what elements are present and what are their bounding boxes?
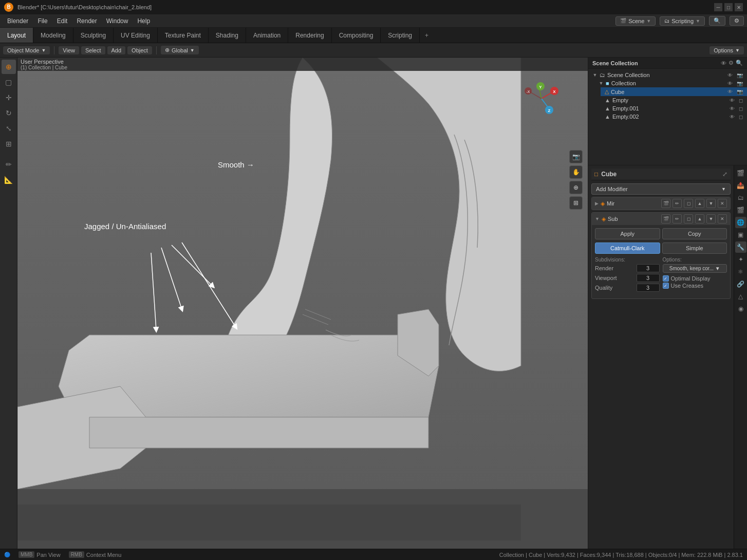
empty-002-render-icon[interactable]: ◻: [739, 114, 743, 120]
object-menu-button[interactable]: Object: [127, 46, 152, 54]
subsurf-edit-icon[interactable]: ✏: [673, 214, 682, 223]
scene-selector[interactable]: 🎬 Scene ▼: [615, 16, 656, 26]
tab-texture-paint[interactable]: Texture Paint: [158, 28, 209, 43]
outliner-item-scene-collection[interactable]: ▼ 🗂 Scene Collection 👁 📷: [588, 71, 747, 79]
tab-compositing[interactable]: Compositing: [332, 28, 381, 43]
outliner-item-collection[interactable]: ▼ ■ Collection 👁 📷: [594, 79, 747, 87]
tab-uv-editing[interactable]: UV Editing: [114, 28, 158, 43]
sidebar-transform-tool[interactable]: ⊞: [2, 137, 16, 151]
tab-animation[interactable]: Animation: [246, 28, 288, 43]
viewport-value-input[interactable]: [637, 274, 660, 282]
optimal-display-checkbox[interactable]: ✓: [663, 275, 669, 282]
add-menu-button[interactable]: Add: [107, 46, 126, 54]
collection-vis-icon[interactable]: 👁: [727, 81, 733, 86]
tab-shading[interactable]: Shading: [209, 28, 246, 43]
options-button[interactable]: Options ▼: [709, 46, 744, 54]
sidebar-select-tool[interactable]: ▢: [2, 75, 16, 89]
menu-render[interactable]: Render: [72, 16, 101, 26]
sidebar-annotate-tool[interactable]: ✏: [2, 157, 16, 172]
render-value-input[interactable]: [637, 264, 660, 272]
copy-button[interactable]: Copy: [662, 228, 727, 239]
mirror-delete-icon[interactable]: ✕: [718, 199, 727, 208]
catmull-clark-tab[interactable]: Catmull-Clark: [595, 242, 660, 254]
outliner-filter-icon[interactable]: ⚙: [729, 60, 734, 66]
tab-rendering[interactable]: Rendering: [288, 28, 331, 43]
subsurf-render-icon[interactable]: 🎬: [661, 214, 670, 223]
tab-layout[interactable]: Layout: [0, 28, 33, 43]
prop-modifier-icon[interactable]: 🔧: [735, 241, 746, 253]
maximize-button[interactable]: □: [724, 3, 733, 11]
minimize-button[interactable]: ─: [714, 3, 722, 11]
prop-world-icon[interactable]: 🌐: [735, 217, 746, 228]
prop-material-icon[interactable]: ◉: [735, 303, 746, 314]
properties-maximize-icon[interactable]: ⤢: [722, 171, 727, 178]
prop-constraints-icon[interactable]: 🔗: [735, 278, 746, 290]
transform-global-button[interactable]: ⊕ Global ▼: [161, 46, 199, 54]
search-button[interactable]: 🔍: [709, 16, 725, 26]
sidebar-rotate-tool[interactable]: ↻: [2, 106, 16, 120]
pan-button[interactable]: ✋: [569, 165, 583, 179]
add-modifier-button[interactable]: Add Modifier ▼: [591, 183, 731, 195]
zoom-button[interactable]: ⊞: [569, 196, 583, 210]
camera-view-button[interactable]: 📷: [569, 150, 583, 163]
prop-scene-icon[interactable]: 🎬: [735, 204, 746, 216]
prop-output-icon[interactable]: 📤: [735, 180, 746, 191]
prop-physics-icon[interactable]: ⚛: [735, 266, 746, 277]
menu-blender[interactable]: Blender: [3, 16, 32, 26]
prop-render-icon[interactable]: 🎬: [735, 167, 746, 179]
menu-window[interactable]: Window: [102, 16, 133, 26]
sidebar-measure-tool[interactable]: 📐: [2, 173, 16, 187]
prop-view-layer-icon[interactable]: 🗂: [735, 192, 746, 203]
render-visibility-icon[interactable]: 📷: [737, 72, 743, 78]
smooth-dropdown[interactable]: Smooth, keep cor... ▼: [663, 264, 727, 273]
tab-modeling[interactable]: Modeling: [33, 28, 73, 43]
outliner-item-empty-002[interactable]: ▲ Empty.002 👁 ◻: [601, 113, 747, 121]
object-mode-dropdown[interactable]: Object Mode ▼: [3, 46, 50, 54]
prop-object-icon[interactable]: ▣: [735, 229, 746, 240]
outliner-view-icon[interactable]: 👁: [721, 60, 726, 66]
outliner-search-icon[interactable]: 🔍: [736, 60, 743, 66]
add-workspace-button[interactable]: +: [420, 28, 434, 43]
cube-render-icon[interactable]: 📷: [737, 89, 743, 95]
visibility-icon[interactable]: 👁: [727, 72, 733, 78]
outliner-item-empty[interactable]: ▲ Empty 👁 ◻: [601, 96, 747, 104]
mirror-edit-icon[interactable]: ✏: [673, 199, 682, 208]
mirror-move-up-icon[interactable]: ▲: [695, 199, 704, 208]
outliner-item-cube[interactable]: △ Cube 👁 📷: [601, 87, 747, 96]
view-menu-button[interactable]: View: [59, 46, 79, 54]
subsurf-cage-icon[interactable]: ◻: [684, 214, 693, 223]
cube-vis-icon[interactable]: 👁: [727, 89, 733, 95]
orbit-button[interactable]: ⊕: [569, 181, 583, 194]
empty-002-vis-icon[interactable]: 👁: [730, 114, 735, 120]
tab-sculpting[interactable]: Sculpting: [73, 28, 114, 43]
expand-modifier-icon[interactable]: ▶: [595, 201, 599, 206]
prop-particles-icon[interactable]: ✦: [735, 254, 746, 265]
collection-render-icon[interactable]: 📷: [737, 81, 743, 86]
subsurf-move-up-icon[interactable]: ▲: [695, 214, 704, 223]
prop-object-data-icon[interactable]: △: [735, 291, 746, 302]
apply-button[interactable]: Apply: [595, 228, 660, 239]
sidebar-cursor-tool[interactable]: ⊕: [2, 60, 16, 74]
close-button[interactable]: ✕: [735, 3, 743, 11]
sidebar-move-tool[interactable]: ✛: [2, 90, 16, 105]
mirror-render-icon[interactable]: 🎬: [661, 199, 670, 208]
menu-file[interactable]: File: [33, 16, 51, 26]
empty-001-render-icon[interactable]: ◻: [739, 106, 743, 111]
quality-value-input[interactable]: [637, 284, 660, 292]
menu-help[interactable]: Help: [133, 16, 154, 26]
empty-vis-icon[interactable]: 👁: [730, 98, 735, 103]
subsurf-delete-icon[interactable]: ✕: [718, 214, 727, 223]
mirror-cage-icon[interactable]: ◻: [684, 199, 693, 208]
subsurf-expand-icon[interactable]: ▼: [595, 216, 600, 221]
sidebar-scale-tool[interactable]: ⤡: [2, 121, 16, 136]
filter-button[interactable]: ⚙: [730, 16, 744, 26]
use-creases-checkbox[interactable]: ✓: [663, 283, 669, 289]
empty-001-vis-icon[interactable]: 👁: [730, 106, 735, 111]
select-menu-button[interactable]: Select: [81, 46, 105, 54]
mirror-move-down-icon[interactable]: ▼: [706, 199, 716, 208]
tab-scripting[interactable]: Scripting: [381, 28, 420, 43]
empty-render-icon[interactable]: ◻: [739, 98, 743, 103]
nav-gizmo[interactable]: X Y Z -X: [521, 78, 562, 119]
outliner-item-empty-001[interactable]: ▲ Empty.001 👁 ◻: [601, 104, 747, 113]
menu-edit[interactable]: Edit: [53, 16, 72, 26]
